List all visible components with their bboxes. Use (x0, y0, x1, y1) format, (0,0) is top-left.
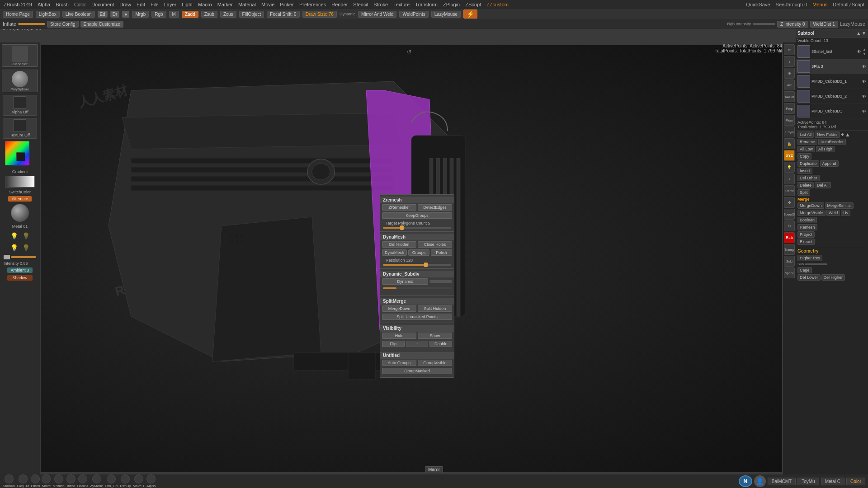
pen-icon-btn[interactable]: ✏ (784, 44, 795, 55)
active-icon[interactable]: ⚡ (463, 9, 477, 19)
group-visible-btn[interactable]: GroupVisible (418, 360, 452, 366)
keep-groups-btn[interactable]: KeepGroups (382, 212, 452, 219)
del-higher-btn[interactable]: Del Higher (821, 274, 845, 281)
orb-cri-btn[interactable]: Orb_Cri (105, 474, 118, 488)
rgb-intensity-slider[interactable] (753, 23, 775, 25)
alternate-btn[interactable]: Alternate (8, 196, 32, 202)
menu-file[interactable]: File (151, 2, 159, 7)
zcus-btn[interactable]: Zcus (220, 11, 236, 18)
subtool-item-4[interactable]: PM3D_Cube3D1 👁 (796, 104, 868, 119)
subtool-arrow-up[interactable]: ▲ (856, 31, 861, 36)
zadd-btn[interactable]: Zadd (182, 11, 198, 18)
light-icon-btn[interactable]: 💡 (784, 162, 795, 173)
scroll-icon-btn[interactable]: ↕ (784, 56, 795, 67)
hpolish-btn[interactable]: hPolish (52, 474, 64, 488)
menu-texture[interactable]: Texture (393, 2, 410, 7)
merge-down-popup-btn[interactable]: MergeDown (382, 305, 416, 312)
new-folder-icon[interactable]: + (841, 131, 844, 138)
split-btn[interactable]: Split (797, 189, 810, 196)
subtool-item-3[interactable]: PM3D_Cube3D2_2 👁 (796, 89, 868, 104)
del-hidden-btn[interactable]: Del Hidden (382, 241, 416, 248)
claytuf-btn[interactable]: ClayTuf (17, 474, 29, 488)
split-unmasked-btn[interactable]: Split Unmasked Points (382, 314, 452, 320)
duplicate-btn[interactable]: Duplicate (797, 160, 819, 167)
menu-transform[interactable]: Transform (415, 2, 438, 7)
menu-stencil[interactable]: Stencil (353, 2, 368, 7)
close-holes-btn[interactable]: Close Holes (418, 241, 452, 248)
higher-res-btn[interactable]: Higher Res (797, 255, 822, 261)
subtool-item-0[interactable]: 3Sistel_last 👁 ▲ ▼ (796, 44, 868, 59)
menu-material[interactable]: Material (238, 2, 256, 7)
reset-icon[interactable]: ↺ (407, 49, 411, 55)
store-config-btn[interactable]: Store Config (47, 21, 79, 28)
intensity-slider[interactable] (11, 256, 36, 258)
dynamesh-title[interactable]: DynaMesh (380, 234, 454, 240)
project-btn[interactable]: Project (797, 231, 815, 238)
shadow-btn[interactable]: Shadow (7, 275, 33, 281)
metal-sphere[interactable] (11, 204, 29, 222)
lock-btn[interactable]: 🔒 (784, 138, 795, 149)
list-all-btn[interactable]: List All (797, 131, 814, 138)
trimdy-btn[interactable]: TrimDy (119, 474, 131, 488)
polish-btn[interactable]: Polish (431, 249, 452, 256)
alpha-tool-btn[interactable]: Alpha (146, 474, 156, 488)
copy-btn[interactable]: Copy (797, 153, 811, 160)
floor-btn[interactable]: Floor (784, 115, 795, 126)
pinch-btn[interactable]: Pinch (31, 474, 40, 488)
remesh-btn[interactable]: Remesh (797, 224, 817, 230)
move-btn[interactable]: ✥ (784, 197, 795, 208)
mirror-btn[interactable]: Mirror (425, 466, 443, 473)
group-masked-btn[interactable]: GroupMasked (382, 368, 452, 374)
cage-btn[interactable]: Cage (797, 267, 812, 273)
alpha-off-btn[interactable]: Alpha Off (3, 95, 37, 116)
mrgb-btn[interactable]: Mrgb (132, 11, 149, 18)
menu-preferences[interactable]: Preferences (299, 2, 326, 7)
auto-reorder-btn[interactable]: AutoReorder (818, 139, 846, 145)
inflat-btn[interactable]: Inflat (66, 474, 75, 488)
detect-edges-btn[interactable]: DetectEdges (418, 204, 452, 211)
del-other-btn[interactable]: Del Other (797, 175, 820, 181)
subtool-arrow-down[interactable]: ▼ (862, 31, 866, 36)
dynamic-subdiv-title[interactable]: Dynamic_Subdiv (380, 271, 454, 277)
merge-similar-btn[interactable]: MergeSimilar (825, 202, 854, 209)
all-high-btn[interactable]: All High (816, 146, 835, 152)
zmodeler-tool[interactable]: ZModeler (2, 44, 38, 67)
home-page-btn[interactable]: Home Page (3, 11, 33, 18)
boolean-btn[interactable]: Boolean (797, 217, 817, 223)
sphere-icon[interactable]: ● (122, 11, 129, 18)
space-btn[interactable]: Space (784, 267, 795, 278)
focal-shift-btn[interactable]: Focal Shift: 0 (267, 11, 299, 18)
rename-btn[interactable]: Rename (797, 139, 817, 145)
insert-btn[interactable]: Insert (797, 168, 812, 174)
damst-btn[interactable]: DamSt (77, 474, 88, 488)
plus-icon-btn[interactable]: + (784, 174, 795, 184)
eye-icon-0[interactable]: 👁 (857, 49, 861, 54)
lazy-mouse-btn[interactable]: LazyMouse (431, 11, 461, 18)
z-intensity-btn[interactable]: Z Intensity 0 (777, 21, 808, 28)
actual-btn[interactable]: Act (784, 80, 795, 90)
light-on-btn[interactable]: 💡 (9, 231, 19, 240)
draw-size-btn[interactable]: Draw Size: 76 (302, 11, 337, 18)
aahat-btn[interactable]: AAHat (784, 91, 795, 102)
merge-down-btn[interactable]: MergeDown (797, 202, 824, 209)
eye-icon-1[interactable]: 👁 (862, 64, 866, 69)
eye-icon-3[interactable]: 👁 (862, 94, 866, 99)
flip-btn[interactable]: Flip (382, 341, 405, 347)
groups-btn[interactable]: Groups (408, 249, 429, 256)
extract-btn[interactable]: Extract (797, 239, 815, 245)
live-boolean-btn[interactable]: Live Boolean (62, 11, 95, 18)
untitled-title[interactable]: Untitled (380, 352, 454, 359)
weld-btn[interactable]: Weld (826, 210, 840, 216)
toymu-btn[interactable]: ToyMu (797, 478, 819, 485)
dynamic-btn[interactable]: Dynamic (382, 278, 428, 285)
menu-picker[interactable]: Picker (280, 2, 294, 7)
fill-object-btn[interactable]: FillObject (239, 11, 264, 18)
see-through-btn[interactable]: See-through 0 (776, 2, 807, 7)
default-script-btn[interactable]: DefaultZScript (833, 2, 864, 7)
m-btn[interactable]: M (169, 11, 179, 18)
lsym-btn[interactable]: L.Sym (784, 127, 795, 137)
subtool-item-2[interactable]: PM3D_Cube3D2_1 👁 (796, 74, 868, 89)
switch-color-btn[interactable]: SwitchColor (9, 190, 31, 194)
del-all-btn[interactable]: Del All (815, 182, 831, 188)
standal-btn[interactable]: Standal (3, 474, 15, 488)
